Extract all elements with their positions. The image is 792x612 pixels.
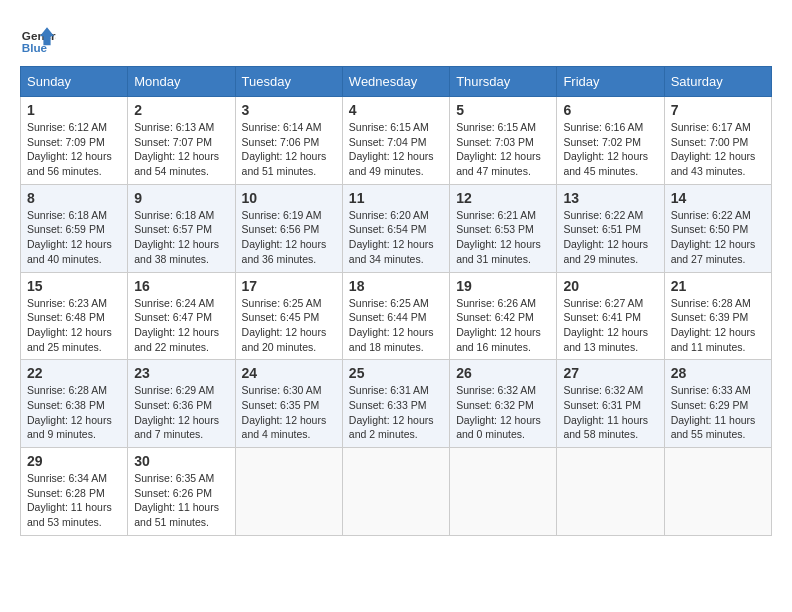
day-number: 6 — [563, 102, 657, 118]
calendar-cell — [235, 448, 342, 536]
calendar-cell: 1Sunrise: 6:12 AM Sunset: 7:09 PM Daylig… — [21, 97, 128, 185]
day-number: 23 — [134, 365, 228, 381]
weekday-header-monday: Monday — [128, 67, 235, 97]
weekday-header-tuesday: Tuesday — [235, 67, 342, 97]
day-number: 25 — [349, 365, 443, 381]
calendar-cell: 23Sunrise: 6:29 AM Sunset: 6:36 PM Dayli… — [128, 360, 235, 448]
day-info: Sunrise: 6:13 AM Sunset: 7:07 PM Dayligh… — [134, 120, 228, 179]
calendar-cell: 30Sunrise: 6:35 AM Sunset: 6:26 PM Dayli… — [128, 448, 235, 536]
day-info: Sunrise: 6:30 AM Sunset: 6:35 PM Dayligh… — [242, 383, 336, 442]
calendar-cell: 22Sunrise: 6:28 AM Sunset: 6:38 PM Dayli… — [21, 360, 128, 448]
day-info: Sunrise: 6:22 AM Sunset: 6:50 PM Dayligh… — [671, 208, 765, 267]
day-number: 2 — [134, 102, 228, 118]
day-info: Sunrise: 6:35 AM Sunset: 6:26 PM Dayligh… — [134, 471, 228, 530]
day-info: Sunrise: 6:19 AM Sunset: 6:56 PM Dayligh… — [242, 208, 336, 267]
day-info: Sunrise: 6:28 AM Sunset: 6:39 PM Dayligh… — [671, 296, 765, 355]
day-info: Sunrise: 6:15 AM Sunset: 7:04 PM Dayligh… — [349, 120, 443, 179]
day-info: Sunrise: 6:22 AM Sunset: 6:51 PM Dayligh… — [563, 208, 657, 267]
calendar-cell: 19Sunrise: 6:26 AM Sunset: 6:42 PM Dayli… — [450, 272, 557, 360]
calendar-cell: 7Sunrise: 6:17 AM Sunset: 7:00 PM Daylig… — [664, 97, 771, 185]
calendar-week-1: 1Sunrise: 6:12 AM Sunset: 7:09 PM Daylig… — [21, 97, 772, 185]
weekday-header-saturday: Saturday — [664, 67, 771, 97]
weekday-header-sunday: Sunday — [21, 67, 128, 97]
calendar-cell: 17Sunrise: 6:25 AM Sunset: 6:45 PM Dayli… — [235, 272, 342, 360]
day-info: Sunrise: 6:20 AM Sunset: 6:54 PM Dayligh… — [349, 208, 443, 267]
day-info: Sunrise: 6:34 AM Sunset: 6:28 PM Dayligh… — [27, 471, 121, 530]
calendar-cell: 28Sunrise: 6:33 AM Sunset: 6:29 PM Dayli… — [664, 360, 771, 448]
calendar-cell: 10Sunrise: 6:19 AM Sunset: 6:56 PM Dayli… — [235, 184, 342, 272]
logo: General Blue — [20, 20, 56, 56]
day-number: 8 — [27, 190, 121, 206]
day-info: Sunrise: 6:23 AM Sunset: 6:48 PM Dayligh… — [27, 296, 121, 355]
calendar-cell: 2Sunrise: 6:13 AM Sunset: 7:07 PM Daylig… — [128, 97, 235, 185]
day-number: 1 — [27, 102, 121, 118]
day-info: Sunrise: 6:12 AM Sunset: 7:09 PM Dayligh… — [27, 120, 121, 179]
day-info: Sunrise: 6:26 AM Sunset: 6:42 PM Dayligh… — [456, 296, 550, 355]
calendar-cell: 12Sunrise: 6:21 AM Sunset: 6:53 PM Dayli… — [450, 184, 557, 272]
day-info: Sunrise: 6:24 AM Sunset: 6:47 PM Dayligh… — [134, 296, 228, 355]
calendar-cell: 29Sunrise: 6:34 AM Sunset: 6:28 PM Dayli… — [21, 448, 128, 536]
day-info: Sunrise: 6:31 AM Sunset: 6:33 PM Dayligh… — [349, 383, 443, 442]
calendar-cell — [557, 448, 664, 536]
day-info: Sunrise: 6:18 AM Sunset: 6:59 PM Dayligh… — [27, 208, 121, 267]
day-number: 3 — [242, 102, 336, 118]
day-number: 17 — [242, 278, 336, 294]
day-number: 7 — [671, 102, 765, 118]
day-number: 14 — [671, 190, 765, 206]
day-number: 4 — [349, 102, 443, 118]
day-number: 30 — [134, 453, 228, 469]
calendar-table: SundayMondayTuesdayWednesdayThursdayFrid… — [20, 66, 772, 536]
calendar-cell: 9Sunrise: 6:18 AM Sunset: 6:57 PM Daylig… — [128, 184, 235, 272]
calendar-cell: 27Sunrise: 6:32 AM Sunset: 6:31 PM Dayli… — [557, 360, 664, 448]
weekday-header-friday: Friday — [557, 67, 664, 97]
day-number: 15 — [27, 278, 121, 294]
weekday-header-thursday: Thursday — [450, 67, 557, 97]
calendar-cell: 20Sunrise: 6:27 AM Sunset: 6:41 PM Dayli… — [557, 272, 664, 360]
day-info: Sunrise: 6:14 AM Sunset: 7:06 PM Dayligh… — [242, 120, 336, 179]
day-number: 29 — [27, 453, 121, 469]
day-number: 28 — [671, 365, 765, 381]
calendar-cell: 4Sunrise: 6:15 AM Sunset: 7:04 PM Daylig… — [342, 97, 449, 185]
calendar-cell — [342, 448, 449, 536]
day-number: 5 — [456, 102, 550, 118]
calendar-cell: 25Sunrise: 6:31 AM Sunset: 6:33 PM Dayli… — [342, 360, 449, 448]
day-info: Sunrise: 6:25 AM Sunset: 6:44 PM Dayligh… — [349, 296, 443, 355]
day-number: 26 — [456, 365, 550, 381]
calendar-cell: 18Sunrise: 6:25 AM Sunset: 6:44 PM Dayli… — [342, 272, 449, 360]
calendar-cell: 3Sunrise: 6:14 AM Sunset: 7:06 PM Daylig… — [235, 97, 342, 185]
calendar-cell: 15Sunrise: 6:23 AM Sunset: 6:48 PM Dayli… — [21, 272, 128, 360]
day-info: Sunrise: 6:29 AM Sunset: 6:36 PM Dayligh… — [134, 383, 228, 442]
day-number: 24 — [242, 365, 336, 381]
calendar-week-4: 22Sunrise: 6:28 AM Sunset: 6:38 PM Dayli… — [21, 360, 772, 448]
day-info: Sunrise: 6:25 AM Sunset: 6:45 PM Dayligh… — [242, 296, 336, 355]
day-number: 16 — [134, 278, 228, 294]
page-header: General Blue — [20, 20, 772, 56]
day-info: Sunrise: 6:28 AM Sunset: 6:38 PM Dayligh… — [27, 383, 121, 442]
day-number: 27 — [563, 365, 657, 381]
calendar-cell — [664, 448, 771, 536]
day-info: Sunrise: 6:17 AM Sunset: 7:00 PM Dayligh… — [671, 120, 765, 179]
day-number: 18 — [349, 278, 443, 294]
calendar-cell: 8Sunrise: 6:18 AM Sunset: 6:59 PM Daylig… — [21, 184, 128, 272]
calendar-cell — [450, 448, 557, 536]
calendar-cell: 14Sunrise: 6:22 AM Sunset: 6:50 PM Dayli… — [664, 184, 771, 272]
weekday-header-row: SundayMondayTuesdayWednesdayThursdayFrid… — [21, 67, 772, 97]
day-number: 9 — [134, 190, 228, 206]
day-number: 19 — [456, 278, 550, 294]
day-number: 12 — [456, 190, 550, 206]
day-info: Sunrise: 6:15 AM Sunset: 7:03 PM Dayligh… — [456, 120, 550, 179]
day-info: Sunrise: 6:33 AM Sunset: 6:29 PM Dayligh… — [671, 383, 765, 442]
day-info: Sunrise: 6:32 AM Sunset: 6:31 PM Dayligh… — [563, 383, 657, 442]
calendar-cell: 21Sunrise: 6:28 AM Sunset: 6:39 PM Dayli… — [664, 272, 771, 360]
day-info: Sunrise: 6:27 AM Sunset: 6:41 PM Dayligh… — [563, 296, 657, 355]
day-number: 10 — [242, 190, 336, 206]
calendar-cell: 13Sunrise: 6:22 AM Sunset: 6:51 PM Dayli… — [557, 184, 664, 272]
day-number: 11 — [349, 190, 443, 206]
day-number: 22 — [27, 365, 121, 381]
calendar-week-5: 29Sunrise: 6:34 AM Sunset: 6:28 PM Dayli… — [21, 448, 772, 536]
calendar-week-3: 15Sunrise: 6:23 AM Sunset: 6:48 PM Dayli… — [21, 272, 772, 360]
day-info: Sunrise: 6:32 AM Sunset: 6:32 PM Dayligh… — [456, 383, 550, 442]
day-info: Sunrise: 6:16 AM Sunset: 7:02 PM Dayligh… — [563, 120, 657, 179]
calendar-cell: 5Sunrise: 6:15 AM Sunset: 7:03 PM Daylig… — [450, 97, 557, 185]
calendar-cell: 24Sunrise: 6:30 AM Sunset: 6:35 PM Dayli… — [235, 360, 342, 448]
